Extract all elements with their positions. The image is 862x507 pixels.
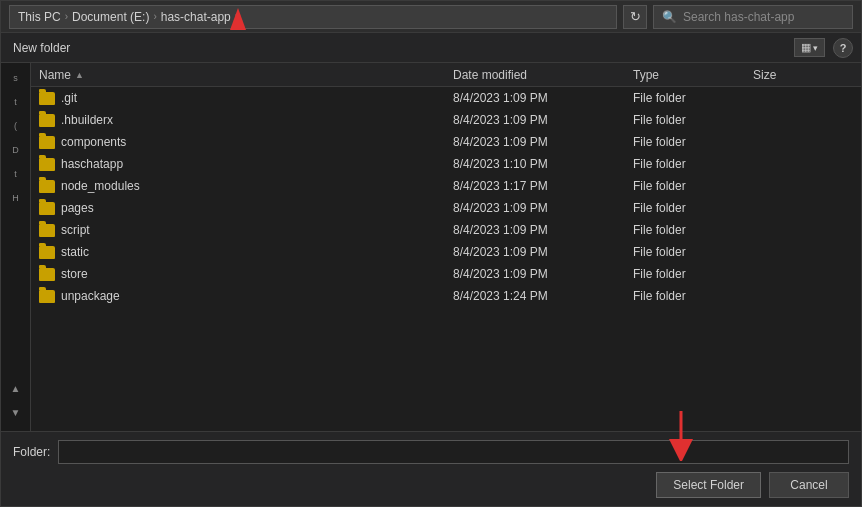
new-folder-button[interactable]: New folder [9,39,74,57]
file-date-cell: 8/4/2023 1:09 PM [453,223,633,237]
file-name-text: .git [61,91,77,105]
col-header-size[interactable]: Size [753,68,833,82]
file-type-cell: File folder [633,179,753,193]
file-type-cell: File folder [633,135,753,149]
view-toggle-button[interactable]: ▦ ▾ [794,38,825,57]
folder-label: Folder: [13,445,50,459]
table-row[interactable]: node_modules 8/4/2023 1:17 PM File folde… [31,175,861,197]
file-date-cell: 8/4/2023 1:10 PM [453,157,633,171]
table-row[interactable]: haschatapp 8/4/2023 1:10 PM File folder [31,153,861,175]
file-dialog: This PC › Document (E:) › has-chat-app ›… [0,0,862,507]
table-row[interactable]: pages 8/4/2023 1:09 PM File folder [31,197,861,219]
button-row: Select Folder Cancel [13,472,849,498]
folder-icon [39,290,55,303]
sidebar: s t ( D t H ▲ ▼ [1,63,31,431]
breadcrumb-thispc: This PC [18,10,61,24]
breadcrumb-folder: has-chat-app [161,10,231,24]
file-date-cell: 8/4/2023 1:09 PM [453,245,633,259]
file-name-text: node_modules [61,179,140,193]
file-name-text: haschatapp [61,157,123,171]
file-type-cell: File folder [633,267,753,281]
folder-icon [39,268,55,281]
file-name-cell: .git [39,91,453,105]
file-type-cell: File folder [633,157,753,171]
breadcrumb-sep1: › [65,11,68,22]
address-bar: This PC › Document (E:) › has-chat-app ›… [1,1,861,33]
table-row[interactable]: script 8/4/2023 1:09 PM File folder [31,219,861,241]
file-name-cell: script [39,223,453,237]
select-folder-button[interactable]: Select Folder [656,472,761,498]
column-headers: Name ▲ Date modified Type Size [31,63,861,87]
table-row[interactable]: components 8/4/2023 1:09 PM File folder [31,131,861,153]
file-name-text: components [61,135,126,149]
sidebar-item-1[interactable]: s [3,67,29,89]
file-type-cell: File folder [633,289,753,303]
file-date-cell: 8/4/2023 1:17 PM [453,179,633,193]
folder-icon [39,202,55,215]
file-date-cell: 8/4/2023 1:24 PM [453,289,633,303]
col-header-name[interactable]: Name ▲ [39,68,453,82]
file-name-cell: components [39,135,453,149]
file-date-cell: 8/4/2023 1:09 PM [453,135,633,149]
folder-icon [39,158,55,171]
folder-icon [39,246,55,259]
file-name-cell: pages [39,201,453,215]
file-name-text: pages [61,201,94,215]
view-dropdown-arrow: ▾ [813,43,818,53]
toolbar: New folder ▦ ▾ ? [1,33,861,63]
sidebar-item-2[interactable]: t [3,91,29,113]
folder-input[interactable] [58,440,849,464]
annotation-arrow-up [230,8,246,30]
file-name-cell: haschatapp [39,157,453,171]
file-name-cell: store [39,267,453,281]
footer: Folder: Select Folder Cancel [1,431,861,506]
cancel-button[interactable]: Cancel [769,472,849,498]
folder-icon [39,136,55,149]
breadcrumb-sep2: › [153,11,156,22]
file-name-text: unpackage [61,289,120,303]
sidebar-scroll-down[interactable]: ▼ [3,401,29,423]
folder-icon [39,180,55,193]
table-row[interactable]: store 8/4/2023 1:09 PM File folder [31,263,861,285]
folder-icon [39,92,55,105]
file-date-cell: 8/4/2023 1:09 PM [453,267,633,281]
search-placeholder: Search has-chat-app [683,10,794,24]
folder-icon [39,224,55,237]
file-name-cell: unpackage [39,289,453,303]
sort-arrow-name: ▲ [75,70,84,80]
file-name-cell: .hbuilderx [39,113,453,127]
file-name-text: store [61,267,88,281]
folder-input-row: Folder: [13,440,849,464]
col-header-type[interactable]: Type [633,68,753,82]
sidebar-scroll-up[interactable]: ▲ [3,377,29,399]
sidebar-item-3[interactable]: ( [3,115,29,137]
view-icon: ▦ [801,41,811,54]
col-header-date[interactable]: Date modified [453,68,633,82]
breadcrumb-drive: Document (E:) [72,10,149,24]
sidebar-item-5[interactable]: t [3,163,29,185]
file-type-cell: File folder [633,201,753,215]
file-date-cell: 8/4/2023 1:09 PM [453,113,633,127]
sidebar-item-4[interactable]: D [3,139,29,161]
file-list[interactable]: .git 8/4/2023 1:09 PM File folder .hbuil… [31,87,861,431]
search-icon: 🔍 [662,10,677,24]
file-name-text: .hbuilderx [61,113,113,127]
search-box[interactable]: 🔍 Search has-chat-app [653,5,853,29]
help-button[interactable]: ? [833,38,853,58]
file-type-cell: File folder [633,113,753,127]
file-name-text: script [61,223,90,237]
file-name-text: static [61,245,89,259]
file-area: Name ▲ Date modified Type Size .git [31,63,861,431]
file-type-cell: File folder [633,91,753,105]
sidebar-item-6[interactable]: H [3,187,29,209]
file-date-cell: 8/4/2023 1:09 PM [453,201,633,215]
main-content: s t ( D t H ▲ ▼ [1,63,861,431]
file-type-cell: File folder [633,223,753,237]
table-row[interactable]: .hbuilderx 8/4/2023 1:09 PM File folder [31,109,861,131]
breadcrumb[interactable]: This PC › Document (E:) › has-chat-app › [9,5,617,29]
table-row[interactable]: unpackage 8/4/2023 1:24 PM File folder [31,285,861,307]
refresh-button[interactable]: ↻ [623,5,647,29]
table-row[interactable]: static 8/4/2023 1:09 PM File folder [31,241,861,263]
file-name-cell: static [39,245,453,259]
table-row[interactable]: .git 8/4/2023 1:09 PM File folder [31,87,861,109]
